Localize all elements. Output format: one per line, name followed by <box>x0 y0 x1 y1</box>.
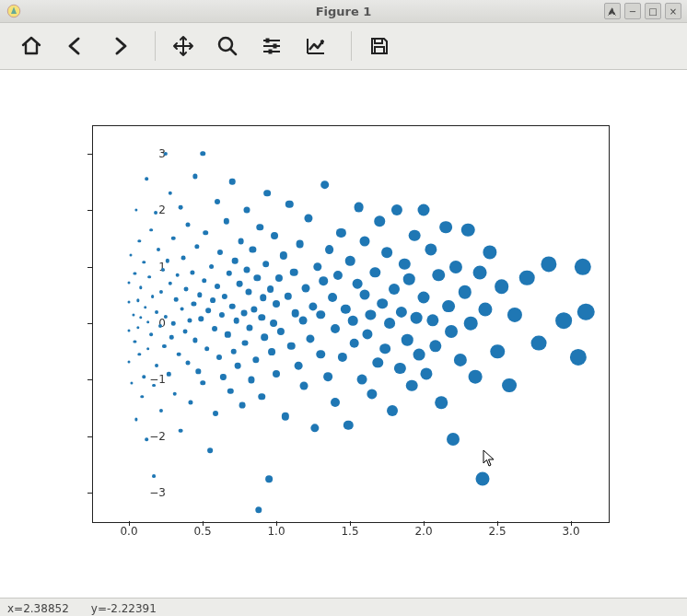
scatter-point <box>413 348 425 360</box>
y-tick-mark <box>87 210 92 211</box>
y-tick-mark <box>87 267 92 268</box>
scatter-point <box>128 361 131 364</box>
window-titlebar: Figure 1 ⮝ − □ × <box>0 0 687 23</box>
scatter-point <box>316 350 325 359</box>
scatter-point <box>439 221 452 234</box>
scatter-point <box>447 433 460 446</box>
scatter-point <box>432 269 445 282</box>
scatter-point <box>229 179 236 185</box>
scatter-point <box>154 211 157 215</box>
status-y-coord: y=-2.22391 <box>91 602 157 615</box>
window-close-button[interactable]: × <box>665 3 681 19</box>
window-maximize-button[interactable]: □ <box>645 3 661 19</box>
scatter-point <box>145 437 148 441</box>
scatter-point <box>287 342 296 350</box>
x-tick-label: 0.5 <box>193 525 211 538</box>
scatter-point <box>210 298 215 304</box>
scatter-point <box>233 318 239 324</box>
scatter-point <box>171 321 176 326</box>
scatter-point <box>476 471 490 485</box>
scatter-point <box>157 248 160 251</box>
scatter-point <box>144 306 147 309</box>
scatter-point <box>179 205 183 210</box>
scatter-point <box>235 363 241 369</box>
scatter-point <box>177 352 181 356</box>
scatter-point <box>555 312 572 329</box>
scatter-point <box>348 316 358 326</box>
scatter-point <box>360 236 370 246</box>
save-button[interactable] <box>361 28 398 64</box>
home-icon <box>20 35 42 57</box>
scatter-point <box>215 284 220 289</box>
y-tick-label: 3 <box>129 147 166 160</box>
y-tick-label: −3 <box>129 486 166 499</box>
scatter-point <box>240 309 247 316</box>
scatter-point <box>206 308 212 314</box>
scatter-point <box>213 411 218 416</box>
move-icon <box>172 35 194 57</box>
y-tick-label: −1 <box>129 373 166 386</box>
home-button[interactable] <box>13 28 50 64</box>
app-icon <box>6 3 22 19</box>
scatter-point <box>442 300 455 313</box>
pan-button[interactable] <box>165 28 202 64</box>
window-minimize-button[interactable]: − <box>624 3 641 19</box>
scatter-point <box>387 405 398 416</box>
scatter-point <box>265 475 273 482</box>
scatter-point <box>490 344 505 359</box>
scatter-point <box>418 292 430 304</box>
edit-axis-button[interactable] <box>297 28 334 64</box>
window-title: Figure 1 <box>0 5 687 18</box>
sliders-icon <box>261 35 283 57</box>
scatter-point <box>148 275 152 279</box>
scatter-point <box>261 334 268 342</box>
window-rollup-button[interactable]: ⮝ <box>604 3 621 19</box>
scatter-point <box>298 316 307 324</box>
scatter-point <box>389 284 400 295</box>
scatter-point <box>295 362 303 370</box>
scatter-point <box>215 199 220 204</box>
scatter-point <box>320 180 330 190</box>
x-tick-label: 3.0 <box>562 525 579 538</box>
forward-button[interactable] <box>101 28 138 64</box>
back-button[interactable] <box>57 28 94 64</box>
configure-subplots-button[interactable] <box>253 28 290 64</box>
scatter-point <box>290 268 298 276</box>
arrow-left-icon <box>64 35 87 57</box>
scatter-point <box>145 178 148 181</box>
scatter-point <box>331 398 340 407</box>
svg-rect-2 <box>266 39 269 42</box>
scatter-point <box>179 428 183 433</box>
scatter-point <box>472 265 486 279</box>
scatter-point <box>262 261 270 268</box>
scatter-point <box>530 335 546 351</box>
scatter-point <box>577 303 595 320</box>
y-tick-label: −2 <box>129 430 166 443</box>
scatter-point <box>319 276 328 285</box>
svg-rect-6 <box>375 47 384 53</box>
scatter-point <box>200 380 205 386</box>
scatter-point <box>172 392 177 397</box>
scatter-point <box>271 232 278 239</box>
x-tick-label: 0.0 <box>120 525 137 538</box>
scatter-point <box>258 393 265 401</box>
x-tick-label: 1.0 <box>267 525 285 538</box>
x-tick-label: 1.5 <box>341 525 358 538</box>
scatter-point <box>230 348 237 354</box>
scatter-point <box>403 273 415 285</box>
scatter-point <box>149 332 153 336</box>
zoom-icon <box>216 35 239 57</box>
scatter-point <box>182 330 187 334</box>
scatter-point <box>244 266 250 273</box>
scatter-point <box>171 237 176 241</box>
scatter-point <box>142 376 146 379</box>
zoom-button[interactable] <box>209 28 246 64</box>
scatter-point <box>360 290 370 300</box>
scatter-point <box>495 279 509 294</box>
y-tick-mark <box>87 379 92 380</box>
scatter-point <box>331 324 340 333</box>
figure-canvas[interactable]: −3−2−101230.00.51.01.52.02.53.0 <box>0 70 687 598</box>
matplotlib-toolbar <box>0 23 687 70</box>
scatter-point <box>128 329 131 331</box>
scatter-point <box>435 396 448 409</box>
